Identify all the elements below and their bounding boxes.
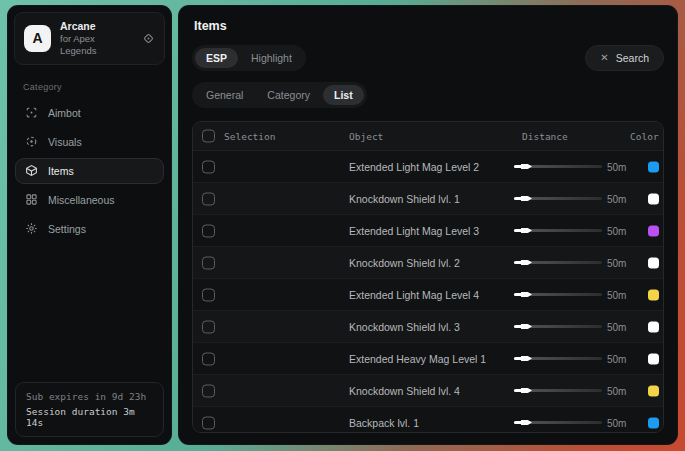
table-header: Selection Object Distance Color <box>193 122 663 151</box>
distance-slider[interactable] <box>514 196 602 202</box>
sidebar-item-label: Aimbot <box>48 107 81 119</box>
tab-list[interactable]: List <box>323 85 364 105</box>
settings-icon <box>25 222 38 235</box>
distance-value: 50m <box>607 257 626 268</box>
row-checkbox[interactable] <box>202 352 215 365</box>
sub-expires-text: Sub expires in 9d 23h <box>26 391 153 402</box>
subscription-info-box: Sub expires in 9d 23h Session duration 3… <box>15 382 164 437</box>
miscellaneous-icon <box>25 193 38 206</box>
distance-slider[interactable] <box>514 388 602 394</box>
object-name: Knockdown Shield lvl. 3 <box>349 321 460 333</box>
search-button-label: Search <box>616 52 649 64</box>
items-icon <box>25 164 38 177</box>
main-panel: Items ESP Highlight ✕ Search <box>178 5 678 445</box>
compass-badge-icon[interactable] <box>142 32 155 45</box>
app-subtitle: for Apex Legends <box>60 33 133 57</box>
distance-value: 50m <box>607 321 626 332</box>
row-checkbox[interactable] <box>202 416 215 429</box>
sidebar-nav: Aimbot Visuals Items Miscellaneous <box>8 97 171 245</box>
row-checkbox[interactable] <box>202 288 215 301</box>
distance-slider[interactable] <box>514 356 602 362</box>
app-window: A Arcane for Apex Legends Category Aimbo… <box>7 5 678 445</box>
session-duration-text: Session duration 3m 14s <box>26 406 153 428</box>
sidebar-item-visuals[interactable]: Visuals <box>15 129 164 155</box>
sidebar-item-aimbot[interactable]: Aimbot <box>15 100 164 126</box>
tab-esp[interactable]: ESP <box>195 48 238 68</box>
table-body: Extended Light Mag Level 2 50m Knockdown… <box>193 151 663 433</box>
object-name: Extended Heavy Mag Level 1 <box>349 353 486 365</box>
table-row: Extended Light Mag Level 4 50m <box>193 279 663 311</box>
items-table: Selection Object Distance Color Extended… <box>192 121 664 433</box>
object-name: Knockdown Shield lvl. 2 <box>349 257 460 269</box>
row-checkbox[interactable] <box>202 320 215 333</box>
color-swatch[interactable] <box>648 385 659 396</box>
distance-value: 50m <box>607 193 626 204</box>
table-row: Knockdown Shield lvl. 1 50m <box>193 183 663 215</box>
row-checkbox[interactable] <box>202 224 215 237</box>
app-title-block: Arcane for Apex Legends <box>60 20 133 57</box>
column-header-color: Color <box>630 131 659 142</box>
distance-value: 50m <box>607 385 626 396</box>
color-swatch[interactable] <box>648 321 659 332</box>
color-swatch[interactable] <box>648 225 659 236</box>
distance-slider[interactable] <box>514 164 602 170</box>
sidebar: A Arcane for Apex Legends Category Aimbo… <box>7 5 172 445</box>
color-swatch[interactable] <box>648 257 659 268</box>
distance-value: 50m <box>607 225 626 236</box>
object-name: Backpack lvl. 1 <box>349 417 419 429</box>
sidebar-header: A Arcane for Apex Legends <box>14 12 165 65</box>
column-header-object: Object <box>349 131 383 142</box>
sidebar-item-label: Settings <box>48 223 86 235</box>
view-tabs: General Category List <box>192 82 367 108</box>
column-header-distance: Distance <box>522 131 568 142</box>
sidebar-item-settings[interactable]: Settings <box>15 216 164 242</box>
distance-slider[interactable] <box>514 228 602 234</box>
color-swatch[interactable] <box>648 289 659 300</box>
sidebar-item-miscellaneous[interactable]: Miscellaneous <box>15 187 164 213</box>
color-swatch[interactable] <box>648 417 659 428</box>
row-checkbox[interactable] <box>202 192 215 205</box>
object-name: Extended Light Mag Level 3 <box>349 225 479 237</box>
color-swatch[interactable] <box>648 353 659 364</box>
distance-slider[interactable] <box>514 260 602 266</box>
row-checkbox[interactable] <box>202 384 215 397</box>
select-all-checkbox[interactable] <box>202 130 215 143</box>
object-name: Knockdown Shield lvl. 4 <box>349 385 460 397</box>
app-title: Arcane <box>60 20 133 33</box>
object-name: Extended Light Mag Level 4 <box>349 289 479 301</box>
color-swatch[interactable] <box>648 161 659 172</box>
row-checkbox[interactable] <box>202 256 215 269</box>
table-row: Extended Light Mag Level 2 50m <box>193 151 663 183</box>
search-button[interactable]: ✕ Search <box>585 45 664 71</box>
sidebar-item-label: Items <box>48 165 74 177</box>
distance-value: 50m <box>607 161 626 172</box>
row-checkbox[interactable] <box>202 160 215 173</box>
distance-slider[interactable] <box>514 292 602 298</box>
app-logo: A <box>24 25 51 52</box>
table-row: Knockdown Shield lvl. 3 50m <box>193 311 663 343</box>
view-tabs-row: General Category List <box>192 82 664 108</box>
distance-value: 50m <box>607 289 626 300</box>
category-label: Category <box>8 71 171 97</box>
page-title: Items <box>194 19 664 33</box>
table-row: Extended Light Mag Level 3 50m <box>193 215 663 247</box>
table-row: Backpack lvl. 1 50m <box>193 407 663 433</box>
sidebar-item-label: Visuals <box>48 136 82 148</box>
color-swatch[interactable] <box>648 193 659 204</box>
aimbot-icon <box>25 106 38 119</box>
distance-slider[interactable] <box>514 324 602 330</box>
sidebar-item-items[interactable]: Items <box>15 158 164 184</box>
sidebar-item-label: Miscellaneous <box>48 194 115 206</box>
toolbar: ESP Highlight ✕ Search <box>192 45 664 71</box>
search-x-icon: ✕ <box>600 53 608 63</box>
column-header-selection: Selection <box>224 131 275 142</box>
mode-tabs: ESP Highlight <box>192 45 306 71</box>
distance-value: 50m <box>607 417 626 428</box>
tab-category[interactable]: Category <box>256 85 321 105</box>
visuals-icon <box>25 135 38 148</box>
tab-highlight[interactable]: Highlight <box>240 48 303 68</box>
table-row: Knockdown Shield lvl. 2 50m <box>193 247 663 279</box>
tab-general[interactable]: General <box>195 85 254 105</box>
table-row: Knockdown Shield lvl. 4 50m <box>193 375 663 407</box>
distance-slider[interactable] <box>514 420 602 426</box>
